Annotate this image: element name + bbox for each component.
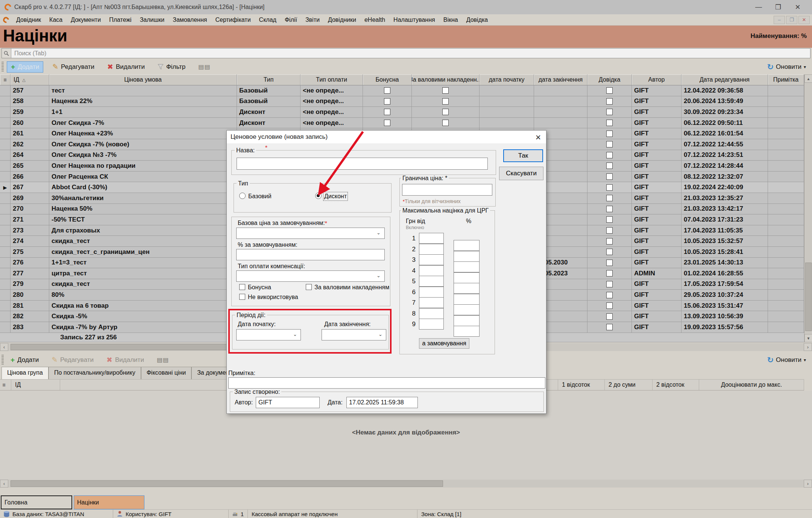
crg-percent-input[interactable] [454,304,480,315]
checkbox-unchecked[interactable] [606,270,613,276]
radio-discount-label[interactable]: Дисконт [324,193,347,200]
minimize-button[interactable]: — [749,3,768,11]
checkbox-unchecked[interactable] [606,131,613,137]
column-header[interactable]: Тип [237,74,301,85]
dialog-close-icon[interactable]: ✕ [533,133,543,142]
bottom-refresh-button[interactable]: ↻ Оновити ▾ [767,355,812,365]
column-header[interactable]: 2 до суми [605,380,653,390]
checkbox-unchecked[interactable] [606,184,613,191]
name-input[interactable] [237,158,488,170]
menu-item-Довідник[interactable]: Довідник [12,15,45,24]
crg-amount-input[interactable] [419,308,444,319]
limit-price-input[interactable] [402,184,492,196]
pct-default-input[interactable] [236,249,385,260]
checkbox-unchecked[interactable] [606,120,613,126]
crg-percent-input[interactable] [454,251,480,262]
checkbox-unchecked[interactable] [606,195,613,201]
column-header[interactable]: Дооцінювати до макс. [699,380,804,390]
refresh-button[interactable]: ↻ Оновити ▾ [767,62,812,71]
checkbox-unchecked[interactable] [606,324,613,330]
column-header[interactable]: ІД [11,380,60,390]
row-marker-header[interactable]: ≣ [0,74,11,85]
filter-button[interactable]: Фільтр [154,62,189,72]
column-header[interactable]: Цінова умова [49,74,237,85]
vertical-scroll-thumb[interactable] [805,263,812,331]
checkbox-unchecked[interactable] [606,302,613,309]
pay-type-combobox[interactable] [236,270,385,282]
note-input[interactable] [228,377,545,389]
menu-item-Склад[interactable]: Склад [255,15,281,24]
chevron-down-icon[interactable]: ⌄ [376,230,381,235]
ok-button[interactable]: Так [503,149,543,162]
menu-item-Сертифікати[interactable]: Сертифікати [211,15,255,24]
column-header[interactable]: ІД△ [11,74,49,85]
cancel-button[interactable]: Скасувати [499,167,543,180]
menu-item-Замовлення[interactable]: Замовлення [168,15,211,24]
crg-percent-input[interactable] [454,272,480,283]
gross-checkbox[interactable] [306,284,312,290]
add-button[interactable]: + Додати [7,61,43,73]
crg-amount-input[interactable] [419,254,444,265]
checkbox-unchecked[interactable] [606,313,613,320]
table-row[interactable]: 2591+1Дисконт<не опреде...GIFT30.09.2022… [0,107,804,118]
bottom-columns-button[interactable]: ▤▤ [153,355,173,365]
mdi-restore-button[interactable]: ❐ [786,16,797,24]
checkbox-unchecked[interactable] [606,216,613,223]
column-header[interactable]: Тип оплати [301,74,363,85]
column-header[interactable]: дата закінчення [534,74,587,85]
column-header[interactable]: Примітка [768,74,804,85]
scroll-right-icon[interactable]: › [804,343,812,351]
crg-amount-input[interactable] [419,276,444,287]
crg-percent-input[interactable] [454,315,480,326]
checkbox-unchecked[interactable] [606,163,613,169]
gross-checkbox-label[interactable]: За валовими накладенням [314,284,390,291]
checkbox-unchecked[interactable] [384,109,390,115]
menu-item-Платежі[interactable]: Платежі [105,15,136,24]
menu-item-Каса[interactable]: Каса [45,15,67,24]
column-header[interactable]: Довідка [587,74,632,85]
maximize-button[interactable]: ❐ [768,3,788,11]
menu-item-Документи[interactable]: Документи [67,15,105,24]
bottom-tab-3[interactable]: Фіксовані ціни [141,367,192,379]
column-header[interactable]: 2 відсоток [653,380,699,390]
column-header[interactable]: 1 відсоток [558,380,605,390]
radio-base[interactable] [239,193,246,199]
scroll-down-icon[interactable]: ▼ [804,334,812,342]
wintab-markups[interactable]: Націнки [74,495,144,509]
crg-amount-input[interactable] [419,319,444,330]
unused-checkbox[interactable] [239,294,245,300]
crg-percent-input[interactable] [454,261,480,272]
delete-button[interactable]: ✖ Видалити [103,62,149,72]
menu-item-Налаштування[interactable]: Налаштування [389,15,439,24]
column-header[interactable]: Дата редагування [681,74,768,85]
column-header[interactable]: За валовими накладенн... [412,74,480,85]
checkbox-unchecked[interactable] [606,249,613,255]
checkbox-unchecked[interactable] [606,227,613,234]
bottom-edit-button[interactable]: ✎ Редагувати [48,355,97,365]
menu-item-Залишки[interactable]: Залишки [136,15,169,24]
menu-item-Філії[interactable]: Філії [281,15,301,24]
crg-amount-input[interactable] [419,287,444,298]
crg-amount-input[interactable] [419,233,444,244]
bonus-checkbox[interactable] [239,284,245,290]
crg-default-button[interactable]: а замовчування [419,338,469,349]
menu-item-eHealth[interactable]: eHealth [360,15,389,24]
mdi-minimize-button[interactable]: – [774,16,785,24]
horizontal-scroll-thumb[interactable] [11,480,443,487]
checkbox-unchecked[interactable] [442,109,449,115]
checkbox-unchecked[interactable] [606,173,613,180]
checkbox-unchecked[interactable] [442,120,449,126]
checkbox-unchecked[interactable] [606,109,613,115]
column-header[interactable]: Автор [632,74,681,85]
menu-item-Довідники[interactable]: Довідники [324,15,360,24]
scroll-right-icon[interactable]: › [804,480,812,488]
columns-button[interactable]: ▤▤ [194,62,214,72]
crg-percent-input[interactable] [454,294,480,305]
refresh-dropdown-icon[interactable]: ▾ [804,357,806,363]
crg-amount-input[interactable] [419,297,444,308]
radio-base-label[interactable]: Базовий [248,193,272,200]
close-button[interactable]: ✕ [788,3,807,11]
menu-item-Довідка[interactable]: Довідка [462,15,492,24]
crg-amount-input[interactable] [419,265,444,276]
scroll-left-icon[interactable]: ‹ [0,480,8,488]
